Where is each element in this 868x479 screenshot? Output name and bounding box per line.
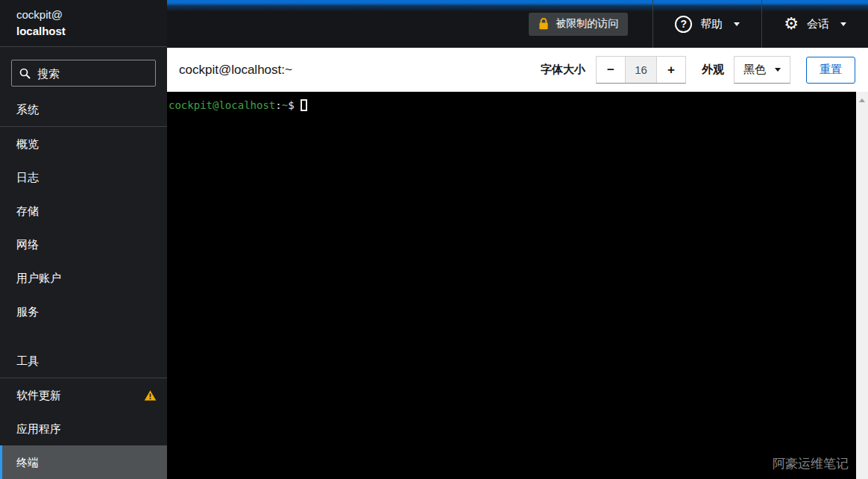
sidebar-item-accounts[interactable]: 用户账户: [0, 261, 167, 295]
nav-group-tools: 工具 软件更新 应用程序: [0, 344, 167, 445]
terminal-prompt-line: cockpit@localhost:~$: [167, 92, 868, 112]
font-size-increase-button[interactable]: +: [657, 57, 685, 83]
watermark-text: 阿豪运维笔记: [773, 455, 849, 472]
sidebar-item-terminal[interactable]: 终端: [0, 445, 167, 479]
lock-icon: [538, 18, 549, 30]
sidebar-item-logs[interactable]: 日志: [0, 160, 167, 194]
minus-icon: −: [607, 63, 614, 77]
restricted-access-label: 被限制的访问: [556, 17, 618, 31]
theme-select-value: 黑色: [743, 63, 766, 77]
nav-group-system: 系统 概览 日志 存储 网络 用户账户 服务: [0, 93, 167, 328]
font-size-value: 16: [625, 57, 657, 83]
restricted-access-button[interactable]: 被限制的访问: [529, 13, 628, 36]
brand-host: localhost: [16, 23, 167, 40]
font-size-stepper: − 16 +: [596, 56, 686, 84]
chevron-down-icon: [734, 22, 740, 26]
sidebar-item-network[interactable]: 网络: [0, 228, 167, 261]
font-size-label: 字体大小: [541, 63, 585, 77]
sidebar-item-applications[interactable]: 应用程序: [0, 412, 167, 445]
help-menu-button[interactable]: ? 帮助: [653, 0, 761, 48]
gear-icon: ⚙︎: [784, 16, 799, 32]
font-size-control: 字体大小 − 16 +: [541, 56, 702, 84]
prompt-colon: :: [275, 99, 281, 111]
session-menu-button[interactable]: ⚙︎ 会话: [762, 0, 868, 48]
sidebar: cockpit@ localhost 系统 概览 日志 存储 网络 用户账户: [0, 0, 167, 479]
sidebar-item-storage[interactable]: 存储: [0, 194, 167, 228]
sidebar-search[interactable]: [11, 60, 156, 87]
cockpit-app: cockpit@ localhost 系统 概览 日志 存储 网络 用户账户: [0, 0, 868, 479]
terminal-scrollbar[interactable]: [856, 92, 868, 479]
prompt-user-host: cockpit@localhost: [169, 99, 275, 111]
sidebar-item-label: 软件更新: [16, 389, 61, 401]
brand-user: cockpit@: [16, 7, 167, 23]
scroll-up-icon: [859, 98, 865, 102]
reset-button[interactable]: 重置: [806, 57, 855, 84]
nav-section-tools[interactable]: 工具: [0, 344, 167, 378]
prompt-dollar: $: [288, 99, 294, 111]
chevron-down-icon: [775, 68, 781, 72]
help-label: 帮助: [700, 17, 723, 31]
terminal-area[interactable]: cockpit@localhost:~$ 阿豪运维笔记: [167, 92, 868, 479]
warning-icon: [144, 389, 157, 401]
sidebar-item-services[interactable]: 服务: [0, 295, 167, 328]
prompt-path: ~: [282, 99, 288, 111]
help-icon: ?: [675, 16, 692, 33]
sidebar-item-software-updates[interactable]: 软件更新: [0, 378, 167, 412]
main-column: 被限制的访问 ? 帮助 ⚙︎ 会话 cockpit@localhost:~ 字体…: [167, 0, 868, 479]
search-icon: [19, 68, 31, 79]
search-input[interactable]: [37, 67, 148, 80]
session-label: 会话: [807, 17, 829, 31]
chevron-down-icon: [840, 22, 846, 26]
appearance-control: 外观 黑色: [702, 56, 806, 84]
appearance-label: 外观: [702, 63, 724, 77]
masthead: 被限制的访问 ? 帮助 ⚙︎ 会话: [167, 0, 868, 48]
terminal-cursor: [301, 99, 307, 111]
brand: cockpit@ localhost: [0, 0, 167, 47]
page-title: cockpit@localhost:~: [179, 63, 292, 78]
font-size-decrease-button[interactable]: −: [597, 57, 625, 83]
theme-select[interactable]: 黑色: [734, 56, 790, 84]
plus-icon: +: [667, 63, 675, 77]
sidebar-nav: 系统 概览 日志 存储 网络 用户账户 服务 工具 软件更新: [0, 93, 167, 479]
sidebar-item-overview[interactable]: 概览: [0, 127, 167, 160]
terminal-toolbar: cockpit@localhost:~ 字体大小 − 16 + 外观 黑色: [167, 48, 868, 92]
nav-section-system[interactable]: 系统: [0, 93, 167, 126]
